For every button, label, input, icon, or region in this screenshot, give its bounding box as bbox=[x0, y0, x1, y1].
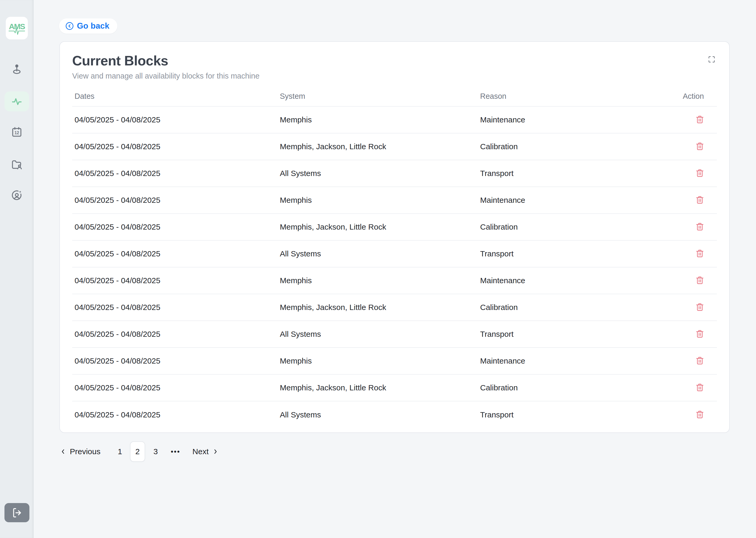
block-dates: 04/05/2025 - 04/08/2025 bbox=[72, 187, 277, 214]
block-reason: Calibration bbox=[478, 294, 681, 321]
table-row: 04/05/2025 - 04/08/2025 All Systems Tran… bbox=[72, 321, 717, 348]
page-subtitle: View and manage all availability blocks … bbox=[72, 71, 717, 81]
delete-block-button[interactable] bbox=[694, 275, 706, 286]
block-system: All Systems bbox=[277, 401, 478, 428]
block-dates: 04/05/2025 - 04/08/2025 bbox=[72, 133, 277, 160]
table-row: 04/05/2025 - 04/08/2025 Memphis, Jackson… bbox=[72, 133, 717, 160]
log-out-icon bbox=[12, 507, 23, 518]
block-reason: Calibration bbox=[478, 214, 681, 241]
block-system: Memphis, Jackson, Little Rock bbox=[277, 374, 478, 401]
block-system: Memphis, Jackson, Little Rock bbox=[277, 133, 478, 160]
block-reason: Maintenance bbox=[478, 106, 681, 133]
trash-icon bbox=[695, 249, 704, 258]
block-system: Memphis bbox=[277, 106, 478, 133]
table-row: 04/05/2025 - 04/08/2025 Memphis Maintena… bbox=[72, 187, 717, 214]
sidebar: AMS 12 bbox=[0, 0, 34, 538]
expand-card-button[interactable] bbox=[707, 55, 716, 64]
block-dates: 04/05/2025 - 04/08/2025 bbox=[72, 267, 277, 294]
delete-block-button[interactable] bbox=[694, 194, 706, 206]
block-reason: Maintenance bbox=[478, 187, 681, 214]
sidebar-item-availability[interactable] bbox=[4, 91, 29, 111]
trash-icon bbox=[695, 303, 704, 311]
logout-button[interactable] bbox=[4, 503, 29, 522]
sidebar-item-calendar[interactable]: 12 bbox=[4, 122, 29, 142]
next-page-button[interactable]: Next bbox=[192, 447, 219, 456]
block-reason: Calibration bbox=[478, 133, 681, 160]
previous-page-button[interactable]: Previous bbox=[59, 447, 101, 456]
delete-block-button[interactable] bbox=[694, 167, 706, 179]
trash-icon bbox=[695, 195, 704, 204]
table-row: 04/05/2025 - 04/08/2025 Memphis Maintena… bbox=[72, 267, 717, 294]
trash-icon bbox=[695, 410, 704, 419]
delete-block-button[interactable] bbox=[694, 114, 706, 125]
user-gear-icon bbox=[11, 190, 23, 201]
location-pin-icon bbox=[11, 63, 23, 75]
block-dates: 04/05/2025 - 04/08/2025 bbox=[72, 214, 277, 241]
go-back-button[interactable]: Go back bbox=[59, 19, 117, 34]
pagination-ellipsis[interactable]: ••• bbox=[171, 448, 180, 456]
block-reason: Transport bbox=[478, 160, 681, 187]
block-reason: Maintenance bbox=[478, 267, 681, 294]
sidebar-item-user-settings[interactable] bbox=[4, 186, 29, 205]
block-dates: 04/05/2025 - 04/08/2025 bbox=[72, 294, 277, 321]
delete-block-button[interactable] bbox=[694, 382, 706, 393]
pagination: Previous 1 2 3 ••• Next bbox=[59, 441, 219, 462]
column-header-dates: Dates bbox=[72, 86, 277, 106]
block-dates: 04/05/2025 - 04/08/2025 bbox=[72, 160, 277, 187]
block-system: All Systems bbox=[277, 160, 478, 187]
ams-logo-icon: AMS bbox=[8, 20, 25, 36]
block-dates: 04/05/2025 - 04/08/2025 bbox=[72, 374, 277, 401]
table-row: 04/05/2025 - 04/08/2025 All Systems Tran… bbox=[72, 241, 717, 267]
column-header-system: System bbox=[277, 86, 478, 106]
block-reason: Transport bbox=[478, 321, 681, 348]
table-row: 04/05/2025 - 04/08/2025 Memphis, Jackson… bbox=[72, 294, 717, 321]
trash-icon bbox=[695, 142, 704, 151]
column-header-reason: Reason bbox=[478, 86, 681, 106]
block-system: Memphis, Jackson, Little Rock bbox=[277, 214, 478, 241]
next-label: Next bbox=[192, 447, 209, 456]
delete-block-button[interactable] bbox=[694, 248, 706, 259]
trash-icon bbox=[695, 356, 704, 365]
blocks-table: Dates System Reason Action 04/05/2025 - … bbox=[72, 86, 717, 428]
go-back-label: Go back bbox=[77, 21, 110, 31]
table-row: 04/05/2025 - 04/08/2025 Memphis, Jackson… bbox=[72, 214, 717, 241]
block-system: Memphis bbox=[277, 267, 478, 294]
block-system: Memphis bbox=[277, 187, 478, 214]
table-row: 04/05/2025 - 04/08/2025 All Systems Tran… bbox=[72, 160, 717, 187]
block-system: All Systems bbox=[277, 321, 478, 348]
delete-block-button[interactable] bbox=[694, 140, 706, 152]
block-dates: 04/05/2025 - 04/08/2025 bbox=[72, 401, 277, 428]
block-system: Memphis bbox=[277, 348, 478, 374]
block-system: Memphis, Jackson, Little Rock bbox=[277, 294, 478, 321]
sidebar-item-records[interactable] bbox=[4, 155, 29, 175]
block-reason: Calibration bbox=[478, 374, 681, 401]
table-row: 04/05/2025 - 04/08/2025 Memphis Maintena… bbox=[72, 106, 717, 133]
table-row: 04/05/2025 - 04/08/2025 Memphis Maintena… bbox=[72, 348, 717, 374]
chevron-left-icon bbox=[59, 448, 67, 455]
trash-icon bbox=[695, 383, 704, 392]
trash-icon bbox=[695, 329, 704, 338]
app-logo: AMS bbox=[6, 17, 28, 39]
delete-block-button[interactable] bbox=[694, 355, 706, 366]
maximize-icon bbox=[708, 56, 715, 63]
delete-block-button[interactable] bbox=[694, 409, 706, 420]
column-header-action: Action bbox=[681, 86, 717, 106]
page-button-1[interactable]: 1 bbox=[115, 447, 125, 456]
page-button-3[interactable]: 3 bbox=[151, 447, 161, 456]
trash-icon bbox=[695, 169, 704, 178]
block-dates: 04/05/2025 - 04/08/2025 bbox=[72, 106, 277, 133]
trash-icon bbox=[695, 276, 704, 285]
table-header-row: Dates System Reason Action bbox=[72, 86, 717, 106]
block-dates: 04/05/2025 - 04/08/2025 bbox=[72, 321, 277, 348]
delete-block-button[interactable] bbox=[694, 301, 706, 313]
folder-user-icon bbox=[11, 159, 23, 171]
block-reason: Transport bbox=[478, 401, 681, 428]
page-button-2-active[interactable]: 2 bbox=[130, 441, 145, 462]
sidebar-item-locations[interactable] bbox=[4, 59, 29, 79]
delete-block-button[interactable] bbox=[694, 328, 706, 340]
page-title: Current Blocks bbox=[72, 52, 717, 69]
circle-chevron-left-icon bbox=[65, 22, 74, 30]
block-system: All Systems bbox=[277, 241, 478, 267]
block-dates: 04/05/2025 - 04/08/2025 bbox=[72, 348, 277, 374]
delete-block-button[interactable] bbox=[694, 221, 706, 233]
